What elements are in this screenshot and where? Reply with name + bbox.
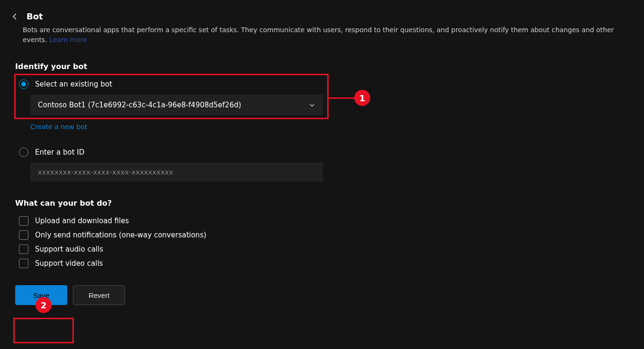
learn-more-link[interactable]: Learn more bbox=[49, 36, 87, 44]
dropdown-selected-text: Contoso Bot1 (7c1e6992-c63c-4c1a-96e8-f4… bbox=[38, 101, 241, 109]
checkbox-icon bbox=[19, 216, 28, 226]
existing-bot-dropdown[interactable]: Contoso Bot1 (7c1e6992-c63c-4c1a-96e8-f4… bbox=[30, 95, 323, 115]
checkbox-support-audio-calls[interactable]: Support audio calls bbox=[19, 244, 629, 254]
radio-icon bbox=[19, 79, 28, 89]
checkbox-upload-download-files[interactable]: Upload and download files bbox=[19, 216, 629, 226]
checkbox-support-video-calls[interactable]: Support video calls bbox=[19, 259, 629, 268]
checkbox-icon bbox=[19, 259, 28, 268]
checkbox-icon bbox=[19, 230, 28, 240]
checkbox-only-send-notifications[interactable]: Only send notifications (one-way convers… bbox=[19, 230, 629, 240]
checkbox-icon bbox=[19, 244, 28, 254]
revert-button[interactable]: Revert bbox=[73, 285, 125, 305]
back-icon[interactable] bbox=[11, 13, 19, 20]
checkbox-label: Upload and download files bbox=[35, 217, 129, 225]
save-button[interactable]: Save bbox=[15, 285, 67, 305]
page-description-text: Bots are conversational apps that perfor… bbox=[23, 26, 614, 44]
checkbox-label: Support audio calls bbox=[35, 245, 103, 253]
chevron-down-icon bbox=[309, 102, 315, 108]
checkbox-label: Only send notifications (one-way convers… bbox=[35, 231, 206, 239]
bot-id-input[interactable] bbox=[30, 163, 323, 182]
capabilities-section-label: What can your bot do? bbox=[15, 199, 629, 208]
identify-section-label: Identify your bot bbox=[15, 62, 629, 71]
create-new-bot-link[interactable]: Create a new bot bbox=[30, 123, 87, 131]
page-title: Bot bbox=[27, 11, 43, 21]
page-description: Bots are conversational apps that perfor… bbox=[23, 25, 629, 45]
radio-label: Enter a bot ID bbox=[35, 148, 84, 157]
annotation-box-2 bbox=[13, 318, 74, 343]
radio-label: Select an existing bot bbox=[35, 80, 112, 88]
checkbox-label: Support video calls bbox=[35, 259, 103, 268]
radio-icon bbox=[19, 148, 28, 157]
radio-select-existing-bot[interactable]: Select an existing bot bbox=[19, 79, 629, 89]
radio-enter-bot-id[interactable]: Enter a bot ID bbox=[19, 148, 629, 157]
